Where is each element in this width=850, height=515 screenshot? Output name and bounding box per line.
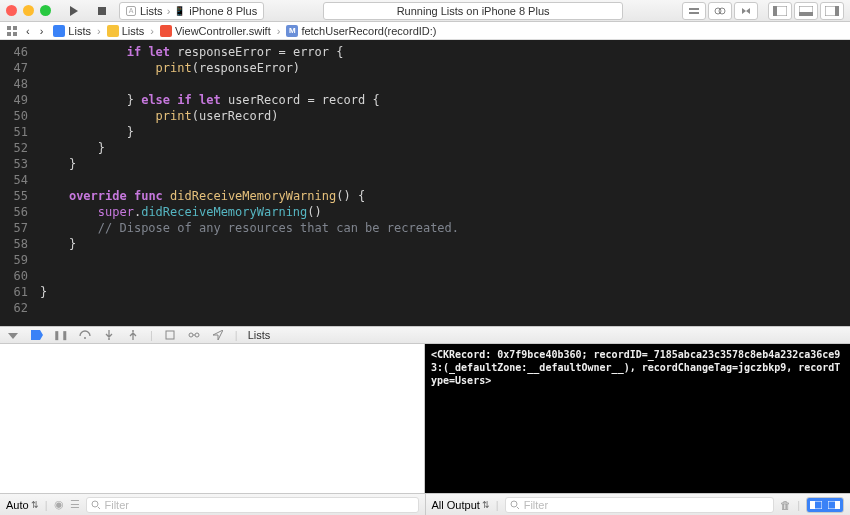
method-icon: M (286, 25, 298, 37)
memory-graph-button[interactable] (187, 330, 201, 340)
svg-point-18 (132, 330, 134, 332)
svg-line-26 (517, 507, 519, 509)
toggle-utilities-button[interactable] (820, 2, 844, 20)
pause-button[interactable]: ❚❚ (54, 330, 68, 340)
svg-rect-14 (7, 32, 11, 36)
minimize-window-button[interactable] (23, 5, 34, 16)
top-toolbar: A Lists › 📱 iPhone 8 Plus Running Lists … (0, 0, 850, 22)
related-items-button[interactable] (4, 22, 20, 40)
console-footer: All Output⇅ | Filter 🗑 | (425, 494, 851, 515)
step-over-button[interactable] (78, 330, 92, 340)
jump-bar: ‹ › Lists › Lists › ViewController.swift… (0, 22, 850, 40)
editor-mode-version-button[interactable] (734, 2, 758, 20)
editor-mode-standard-button[interactable] (682, 2, 706, 20)
debug-bar: ❚❚ | | Lists (0, 326, 850, 344)
pane-toggle[interactable] (806, 497, 844, 513)
close-window-button[interactable] (6, 5, 17, 16)
svg-point-21 (195, 333, 199, 337)
variables-pane[interactable] (0, 344, 425, 493)
view-debug-button[interactable] (163, 330, 177, 340)
right-toolbar-group (682, 2, 844, 20)
bottom-bar: Auto⇅ | ◉ ☰ Filter All Output⇅ | Filter … (0, 493, 850, 515)
zoom-window-button[interactable] (40, 5, 51, 16)
folder-icon (107, 25, 119, 37)
chevron-right-icon: › (97, 25, 101, 37)
svg-point-16 (84, 337, 86, 339)
show-console-toggle[interactable] (825, 498, 843, 512)
debug-panes: <CKRecord: 0x7f9bce40b360; recordID=_718… (0, 344, 850, 493)
scheme-device-label: iPhone 8 Plus (189, 5, 257, 17)
line-gutter: 4647484950515253545556575859606162 (0, 40, 34, 326)
svg-rect-12 (7, 26, 11, 30)
breakpoint-toggle-button[interactable] (30, 330, 44, 340)
svg-rect-15 (13, 32, 17, 36)
updown-icon: ⇅ (31, 500, 39, 510)
stop-button[interactable] (91, 2, 113, 20)
svg-point-17 (108, 338, 110, 340)
run-button[interactable] (63, 2, 85, 20)
location-button[interactable] (211, 330, 225, 340)
svg-marker-0 (70, 6, 78, 16)
scheme-app-label: Lists (140, 5, 163, 17)
jumpbar-item-folder[interactable]: Lists (103, 25, 149, 37)
filter-icon (510, 500, 520, 510)
console-output: <CKRecord: 0x7f9bce40b360; recordID=_718… (431, 349, 840, 386)
nav-forward-button[interactable]: › (36, 25, 48, 37)
jumpbar-item-file[interactable]: ViewController.swift (156, 25, 275, 37)
chevron-right-icon: › (150, 25, 154, 37)
filter-icon (91, 500, 101, 510)
step-in-button[interactable] (102, 330, 116, 340)
svg-rect-1 (98, 7, 106, 15)
code-editor[interactable]: 4647484950515253545556575859606162 if le… (0, 40, 850, 326)
console-filter-input[interactable]: Filter (505, 497, 774, 513)
svg-rect-2 (689, 8, 699, 10)
print-description-icon[interactable]: ☰ (70, 498, 80, 511)
console-output-selector[interactable]: All Output⇅ (432, 499, 490, 511)
toggle-navigator-button[interactable] (768, 2, 792, 20)
scheme-selector[interactable]: A Lists › 📱 iPhone 8 Plus (119, 2, 264, 20)
svg-point-25 (511, 501, 517, 507)
jumpbar-item-project[interactable]: Lists (49, 25, 95, 37)
svg-rect-9 (799, 12, 813, 16)
window-traffic-lights (6, 5, 51, 16)
code-content[interactable]: if let responseError = error { print(res… (34, 40, 459, 326)
clear-console-button[interactable]: 🗑 (780, 499, 791, 511)
quicklook-icon[interactable]: ◉ (54, 498, 64, 511)
svg-rect-30 (835, 501, 840, 509)
nav-back-button[interactable]: ‹ (22, 25, 34, 37)
svg-rect-3 (689, 12, 699, 14)
console-pane[interactable]: <CKRecord: 0x7f9bce40b360; recordID=_718… (425, 344, 850, 493)
updown-icon: ⇅ (482, 500, 490, 510)
svg-point-5 (719, 8, 725, 14)
svg-rect-19 (166, 331, 174, 339)
activity-status: Running Lists on iPhone 8 Plus (270, 2, 676, 20)
step-out-button[interactable] (126, 330, 140, 340)
svg-point-23 (92, 501, 98, 507)
svg-rect-7 (773, 6, 777, 16)
jumpbar-item-symbol[interactable]: MfetchUserRecord(recordID:) (282, 25, 440, 37)
svg-rect-13 (13, 26, 17, 30)
status-text: Running Lists on iPhone 8 Plus (323, 2, 623, 20)
chevron-right-icon: › (167, 5, 171, 17)
variables-filter-input[interactable]: Filter (86, 497, 419, 513)
show-variables-toggle[interactable] (807, 498, 825, 512)
hide-debug-button[interactable] (6, 330, 20, 340)
variables-scope-selector[interactable]: Auto⇅ (6, 499, 39, 511)
svg-point-20 (189, 333, 193, 337)
swift-file-icon (160, 25, 172, 37)
svg-line-24 (98, 507, 100, 509)
toggle-debug-area-button[interactable] (794, 2, 818, 20)
editor-mode-assistant-button[interactable] (708, 2, 732, 20)
svg-rect-11 (835, 6, 839, 16)
chevron-right-icon: › (277, 25, 281, 37)
project-icon (53, 25, 65, 37)
svg-rect-28 (810, 501, 815, 509)
debug-process-label[interactable]: Lists (248, 329, 271, 341)
variables-footer: Auto⇅ | ◉ ☰ Filter (0, 494, 425, 515)
